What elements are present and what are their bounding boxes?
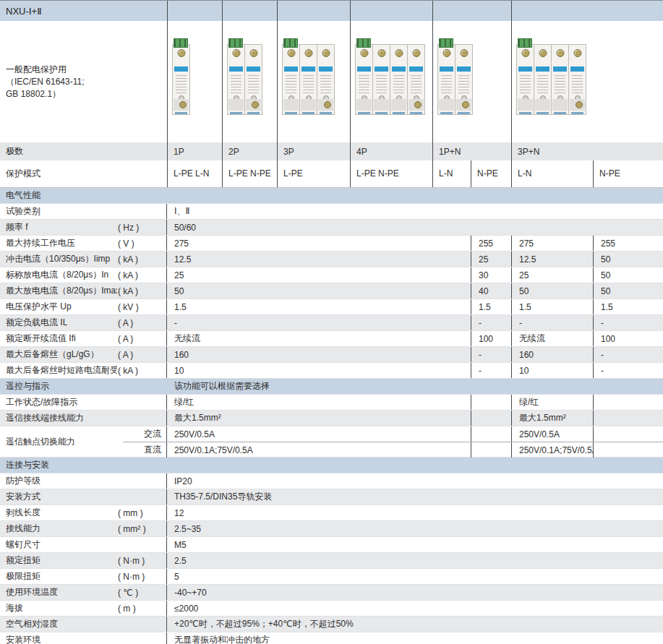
row-label-cell: 工作状态/故障指示 <box>0 395 167 410</box>
product-photo-cell-3pn <box>511 21 663 142</box>
spec-row: 最大后备熔丝（gL/gG）( A )160-160- <box>0 347 663 363</box>
spec-value-cell: 255 <box>593 236 663 251</box>
spec-value: 12.5 <box>519 254 536 265</box>
spec-value-cell: - <box>593 363 663 378</box>
sub-row-label: 交流 <box>144 428 161 440</box>
screw-icon <box>539 49 547 57</box>
spec-value: 250V/0.1A;75V/0.5A <box>519 445 593 455</box>
printed-text <box>303 75 314 93</box>
row-label: 空气相对湿度 <box>6 618 58 630</box>
product-photo-cell-1pn <box>432 21 511 142</box>
screw-icon <box>412 49 420 57</box>
module-base <box>228 99 244 111</box>
printed-text <box>458 75 469 93</box>
row-label-cell: 试验类别 <box>0 204 167 219</box>
terminal-block <box>356 38 371 48</box>
spec-value: 绿/红 <box>519 396 539 408</box>
title-spacer <box>350 1 432 21</box>
module-foot <box>175 112 187 114</box>
spec-value: 250V/0.5A <box>174 429 215 439</box>
spec-row: 螺钉尺寸M5 <box>0 537 663 553</box>
spd-module <box>227 44 245 115</box>
screw-icon <box>324 101 331 108</box>
spec-value: 50 <box>174 286 184 296</box>
row-label: 额定扭矩 <box>6 554 40 567</box>
printed-text <box>393 75 404 93</box>
screw-icon <box>177 49 185 57</box>
spec-value: 无续流 <box>174 332 200 345</box>
spec-value: 50 <box>601 270 610 280</box>
row-unit: ( N·m ) <box>118 556 145 566</box>
spec-value-cell <box>593 426 663 442</box>
spec-value: 255 <box>479 239 493 249</box>
spec-value: 1.5 <box>174 302 187 312</box>
pole-1p: 1P <box>167 142 222 160</box>
terminal-block <box>518 38 532 48</box>
module-base <box>391 99 406 111</box>
screw-icon <box>521 49 529 57</box>
spec-value-cell <box>471 395 511 410</box>
mode-cell: L-N <box>432 160 471 187</box>
pole-2p: 2P <box>222 142 277 160</box>
spec-row: 频率 f( Hz )50/60 <box>0 220 663 236</box>
section-header-row: 电气性能 <box>0 188 663 204</box>
spec-value-cell: -40~+70 <box>167 585 663 600</box>
row-label-cell: 额定扭矩( N·m ) <box>0 553 167 568</box>
row-label: 防护等级 <box>6 475 40 487</box>
label-band <box>440 66 453 72</box>
spec-row: 极限扭矩( N·m )5 <box>0 569 663 585</box>
spec-value: 1.5 <box>601 302 613 312</box>
spec-row: 使用环境温度( ℃ )-40~+70 <box>0 585 663 601</box>
module-foot <box>230 112 242 114</box>
spec-row: 空气相对湿度+20℃时，不超过95%；+40℃时，不超过50% <box>0 617 663 632</box>
printed-text <box>537 75 548 93</box>
spec-value-cell <box>471 411 511 426</box>
spec-value: - <box>479 366 482 376</box>
row-label-cell: 冲击电流（10/350μs）Iimp( kA ) <box>0 252 167 267</box>
section-title: 遥控与指示 <box>0 380 49 392</box>
product-photo-2p <box>227 44 262 115</box>
spd-module <box>355 44 373 115</box>
modes-row-label: 保护模式 <box>0 160 167 187</box>
label-band <box>518 66 532 72</box>
row-label-cell: 最大放电电流（8/20μs）Imax( kA ) <box>0 283 167 299</box>
spd-module <box>534 44 552 115</box>
spec-value-cell: +20℃时，不超过95%；+40℃时，不超过50% <box>167 617 663 632</box>
spec-value-cell: 无显著振动和冲击的地方 <box>167 632 663 644</box>
spec-value: 25 <box>519 270 529 280</box>
label-band <box>536 66 549 72</box>
spec-value: 50 <box>601 254 610 265</box>
row-label-cell: 遥信接线端接线能力 <box>0 411 167 426</box>
product-photo-3p <box>282 44 335 115</box>
spd-module <box>390 44 408 115</box>
row-label: 接线能力 <box>6 523 40 535</box>
row-label-cell: 额定负载电流 IL( A ) <box>0 315 167 330</box>
spec-value-cell: 12 <box>167 505 663 520</box>
spec-value-cell: 12.5 <box>511 252 593 267</box>
product-note-line: （IEC/EN 61643-11; <box>6 76 85 88</box>
spec-value-cell: 250V/0.5A <box>511 426 593 442</box>
row-label: 安装方式 <box>6 491 40 503</box>
screw-icon <box>573 49 581 57</box>
sub-row-label: 直流 <box>144 444 161 456</box>
spec-row: 遥信接线端接线能力最大1.5mm²最大1.5mm² <box>0 411 663 426</box>
row-label-cell: 防护等级 <box>0 473 167 489</box>
printed-text <box>176 75 187 93</box>
label-band <box>229 66 243 72</box>
module-base <box>301 99 316 111</box>
spec-value: 50/60 <box>174 223 196 233</box>
label-band <box>570 66 584 72</box>
row-label: 极限扭矩 <box>6 570 40 583</box>
poles-row-label: 极数 <box>0 142 167 160</box>
printed-text <box>376 75 387 93</box>
spec-value: 1.5 <box>479 302 491 312</box>
screw-icon <box>442 49 450 57</box>
module-foot <box>375 112 388 114</box>
label-band <box>319 66 333 72</box>
row-label: 工作状态/故障指示 <box>6 396 77 408</box>
spec-row: 安装方式TH35-7.5/DIN35导轨安装 <box>0 489 663 505</box>
module-foot <box>554 112 566 114</box>
spec-value: Ⅰ、Ⅱ <box>174 205 189 218</box>
spec-value-cell: 100 <box>471 331 511 346</box>
spec-value: - <box>174 318 177 328</box>
